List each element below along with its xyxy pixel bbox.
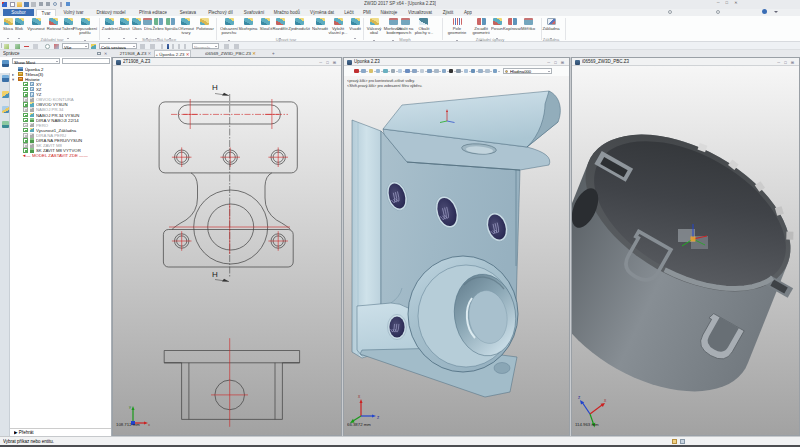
svg-text:x: x: [358, 394, 361, 399]
svg-text:x: x: [604, 398, 607, 403]
svg-text:H: H: [212, 270, 218, 279]
svg-text:y: y: [129, 404, 131, 409]
svg-text:H: H: [212, 83, 218, 92]
svg-text:z: z: [578, 395, 581, 400]
svg-text:z: z: [377, 415, 380, 420]
